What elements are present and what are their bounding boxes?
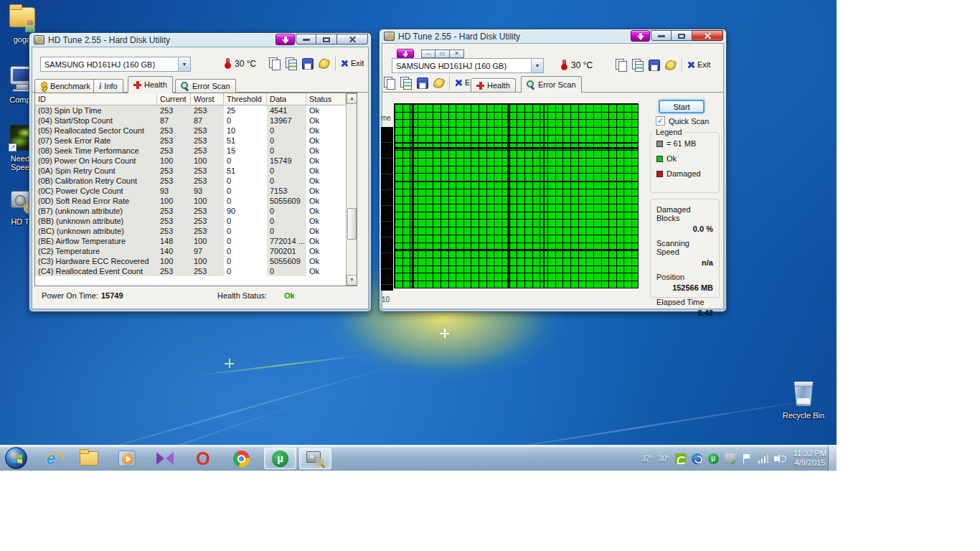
col-header-status[interactable]: Status <box>306 93 346 105</box>
nvidia-tray-icon[interactable] <box>675 453 686 464</box>
close-button[interactable] <box>692 30 723 41</box>
save-screenshot-icon[interactable] <box>301 57 314 70</box>
cell-worst: 253 <box>191 266 224 276</box>
tab-health[interactable]: Health <box>128 76 173 93</box>
usb-eject-icon[interactable] <box>725 453 735 464</box>
col-header-id[interactable]: ID <box>35 93 157 105</box>
taskbar-media-player[interactable] <box>112 448 142 469</box>
col-header-data[interactable]: Data <box>267 93 306 105</box>
drive-selector-combo[interactable]: SAMSUNG HD161HJ (160 GB) ▼ <box>392 58 544 73</box>
save-screenshot-icon[interactable] <box>648 59 661 71</box>
close-button[interactable] <box>337 34 368 44</box>
smart-table-row[interactable]: (C2) Temperature 140 97 0 700201 Ok <box>35 246 357 256</box>
smart-table-row[interactable]: (03) Spin Up Time 253 253 25 4541 Ok <box>35 105 357 116</box>
volume-icon[interactable] <box>774 453 785 464</box>
smart-table-row[interactable]: (0D) Soft Read Error Rate 100 100 0 5055… <box>35 196 357 206</box>
taskbar-internet-explorer[interactable]: e <box>36 448 66 469</box>
taskbar-kmplayer[interactable] <box>150 448 180 469</box>
col-header-current[interactable]: Current <box>157 93 191 105</box>
smart-table-row[interactable]: (BE) Airflow Temperature 148 100 0 77201… <box>35 236 357 246</box>
scroll-up-button[interactable]: ▲ <box>347 93 357 104</box>
start-scan-button[interactable]: Start <box>659 100 705 113</box>
taskbar-windows-explorer[interactable] <box>74 448 104 469</box>
smart-table-row[interactable]: (C3) Hardware ECC Recovered 100 100 0 50… <box>35 256 357 266</box>
cell-data: 0 <box>267 216 306 226</box>
cell-current: 253 <box>157 216 191 226</box>
smart-table-row[interactable]: (B7) (unknown attribute) 253 253 90 0 Ok <box>35 206 357 216</box>
exit-button[interactable]: Exit <box>341 59 364 67</box>
taskbar-chrome[interactable] <box>226 448 256 469</box>
smart-table-row[interactable]: (C4) Reallocated Event Count 253 253 0 0… <box>35 266 357 276</box>
taskbar-hd-tune[interactable] <box>299 448 331 469</box>
start-button[interactable] <box>5 447 27 469</box>
col-header-worst[interactable]: Worst <box>191 93 224 105</box>
scroll-down-button[interactable]: ▼ <box>347 275 357 286</box>
minimize-button[interactable] <box>651 30 672 41</box>
scan-stat: Damaged Blocks 0.0 % <box>656 205 713 233</box>
legend-label: = 61 MB <box>666 139 696 148</box>
cell-current: 253 <box>157 136 191 146</box>
tab-label: Benchmark <box>50 82 90 90</box>
combo-dropdown-button[interactable]: ▼ <box>531 59 543 72</box>
drive-selector-combo[interactable]: SAMSUNG HD161HJ (160 GB) ▼ <box>40 57 191 72</box>
cell-threshold: 25 <box>224 105 267 116</box>
ghost-grid-line <box>507 104 509 288</box>
smart-table-row[interactable]: (07) Seek Error Rate 253 253 51 0 Ok <box>35 136 357 146</box>
action-center-flag-icon[interactable] <box>741 453 752 464</box>
copy-screenshot-icon[interactable] <box>631 59 644 71</box>
tab-error-scan[interactable]: Error Scan <box>175 79 236 93</box>
download-accelerator-button[interactable] <box>631 30 650 42</box>
tab-health[interactable]: Health <box>471 78 516 92</box>
drive-temperature: 30 °C <box>235 59 256 69</box>
combo-dropdown-button[interactable]: ▼ <box>178 57 190 71</box>
cell-worst: 253 <box>191 206 224 216</box>
taskbar-opera[interactable]: O <box>188 448 218 469</box>
quick-scan-label: Quick Scan <box>669 117 709 126</box>
smart-table-row[interactable]: (0C) Power Cycle Count 93 93 0 7153 Ok <box>35 186 357 196</box>
table-scrollbar[interactable]: ▲ ▼ <box>346 93 357 286</box>
smart-table-row[interactable]: (05) Reallocated Sector Count 253 253 10… <box>35 126 357 136</box>
cell-worst: 87 <box>191 116 224 126</box>
hdtune-app-icon <box>384 32 395 41</box>
smart-table-row[interactable]: (04) Start/Stop Count 87 87 0 13967 Ok <box>35 116 357 126</box>
power-on-time-label: Power On Time: <box>42 291 98 300</box>
minimize-button[interactable] <box>296 34 316 44</box>
cell-current: 100 <box>157 256 191 266</box>
copy-info-icon[interactable] <box>615 59 628 71</box>
tab-benchmark[interactable]: Benchmark <box>34 79 96 93</box>
cell-id: (0A) Spin Retry Count <box>35 166 157 176</box>
cell-threshold: 0 <box>224 176 267 186</box>
utorrent-tray-icon[interactable]: µ <box>708 453 719 464</box>
maximize-icon <box>678 34 685 39</box>
error-scan-block-grid[interactable] <box>394 103 639 288</box>
exit-button[interactable]: Exit <box>687 60 710 69</box>
smart-table-row[interactable]: (BC) (unknown attribute) 253 253 0 0 Ok <box>35 226 357 236</box>
cell-worst: 100 <box>191 236 224 246</box>
cell-status: Ok <box>306 246 346 256</box>
window-title: HD Tune 2.55 - Hard Disk Utility <box>48 35 170 45</box>
show-desktop-button[interactable] <box>828 446 837 471</box>
smart-table-row[interactable]: (BB) (unknown attribute) 253 253 0 0 Ok <box>35 216 357 226</box>
maximize-button[interactable] <box>316 34 337 44</box>
copy-screenshot-icon[interactable] <box>285 57 298 70</box>
smart-table-row[interactable]: (0B) Calibration Retry Count 253 253 0 0… <box>35 176 357 186</box>
cell-data: 0 <box>267 146 306 156</box>
copy-info-icon[interactable] <box>268 57 281 70</box>
tab-info[interactable]: i Info <box>93 79 123 93</box>
col-header-threshold[interactable]: Threshold <box>224 93 267 105</box>
download-accelerator-button[interactable] <box>275 34 295 45</box>
desktop-icon-recycle-bin[interactable]: Recycle Bin <box>783 380 824 420</box>
tab-error-scan[interactable]: Error Scan <box>521 76 582 93</box>
quick-scan-checkbox[interactable]: ✓ <box>656 116 665 126</box>
smart-table-row[interactable]: (09) Power On Hours Count 100 100 0 1574… <box>35 156 357 166</box>
maximize-button[interactable] <box>672 30 692 41</box>
toolbar-separator <box>682 57 682 72</box>
clock[interactable]: 11:32 PM 4/9/2015 <box>793 449 826 468</box>
scrollbar-thumb[interactable] <box>347 208 357 240</box>
blue-app-tray-icon[interactable] <box>692 453 702 464</box>
legend-swatch <box>656 171 663 177</box>
network-icon[interactable] <box>758 453 768 464</box>
smart-table-row[interactable]: (0A) Spin Retry Count 253 253 51 0 Ok <box>35 166 357 176</box>
taskbar-utorrent[interactable]: µ <box>264 448 296 469</box>
smart-table-row[interactable]: (08) Seek Time Performance 253 253 15 0 … <box>35 146 357 156</box>
